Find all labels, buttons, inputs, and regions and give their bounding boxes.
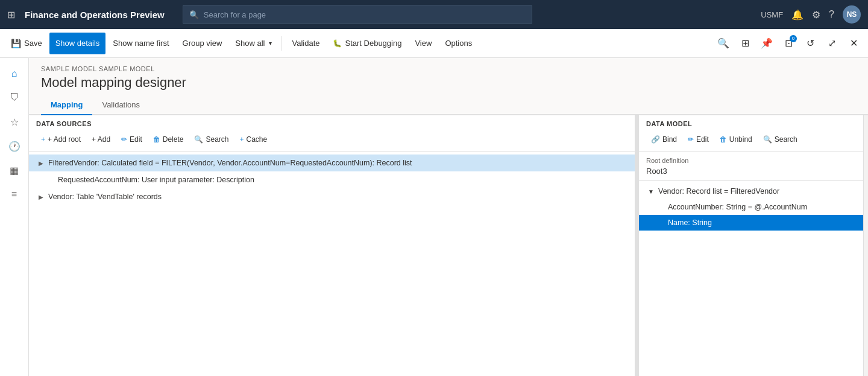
toolbar-separator-1 [281, 36, 282, 51]
data-sources-pane: DATA SOURCES + + Add root + Add ✏ Edit [29, 115, 635, 376]
page-title: Model mapping designer [41, 75, 856, 91]
toolbar-badge-container: ⊡ 0 [779, 34, 798, 53]
dm-unbind-button[interactable]: 🗑 Unbind [715, 131, 757, 148]
show-details-button[interactable]: Show details [49, 33, 106, 54]
ds-search-button[interactable]: 🔍 Search [189, 131, 233, 148]
dm-unbind-icon: 🗑 [720, 135, 727, 144]
tabs: Mapping Validations [29, 95, 868, 115]
help-icon[interactable]: ? [829, 9, 834, 20]
toolbar-search-icon-btn[interactable]: 🔍 [714, 34, 733, 53]
tab-validations[interactable]: Validations [92, 95, 149, 115]
data-sources-toolbar: + + Add root + Add ✏ Edit 🗑 Delete [36, 131, 627, 148]
dm-edit-button[interactable]: ✏ Edit [683, 131, 714, 148]
tab-mapping[interactable]: Mapping [41, 95, 92, 115]
ds-edit-icon: ✏ [121, 135, 127, 144]
show-all-chevron: ▾ [269, 40, 272, 46]
dm-edit-icon: ✏ [688, 135, 694, 144]
data-model-title: DATA MODEL [646, 120, 856, 127]
tree-toggle-filteredvendor[interactable]: ▶ [36, 158, 46, 168]
tree-toggle-vendor[interactable]: ▶ [36, 192, 46, 202]
avatar[interactable]: NS [843, 5, 861, 24]
top-nav-right: USMF 🔔 ⚙ ? NS [761, 5, 861, 24]
app-title: Finance and Operations Preview [25, 10, 165, 20]
show-all-button[interactable]: Show all ▾ [229, 33, 278, 54]
root-def-label: Root definition [646, 157, 856, 164]
root-def-value: Root3 [646, 167, 856, 176]
left-sidebar: ⌂ ⛉ ☆ 🕐 ▦ ≡ [0, 58, 29, 376]
data-sources-header: DATA SOURCES + + Add root + Add ✏ Edit [29, 115, 635, 152]
badge-count: 0 [790, 35, 797, 42]
options-button[interactable]: Options [439, 33, 478, 54]
sidebar-item-filter[interactable]: ⛉ [4, 87, 25, 109]
ds-edit-button[interactable]: ✏ Edit [116, 131, 147, 148]
save-button[interactable]: 💾 Save [5, 33, 48, 54]
sidebar-item-home[interactable]: ⌂ [4, 63, 25, 84]
grid-icon[interactable]: ⊞ [7, 9, 15, 21]
add-root-button[interactable]: + + Add root [36, 131, 86, 148]
main-toolbar: 💾 Save Show details Show name first Grou… [0, 29, 868, 58]
right-scrollbar-container: DATA MODEL 🔗 Bind ✏ Edit [639, 115, 868, 376]
tree-item-filteredvendor[interactable]: ▶ FilteredVendor: Calculated field = FIL… [29, 155, 635, 171]
ds-cache-button[interactable]: + Cache [235, 131, 272, 148]
search-icon: 🔍 [189, 10, 199, 19]
add-root-icon: + [41, 135, 45, 144]
sidebar-item-recent[interactable]: 🕐 [4, 135, 25, 157]
toolbar-right-icons: 🔍 ⊞ 📌 ⊡ 0 ↺ ⤢ ✕ [714, 34, 863, 53]
ds-delete-button[interactable]: 🗑 Delete [148, 131, 189, 148]
start-debugging-button[interactable]: 🐛 Start Debugging [327, 33, 407, 54]
dm-tree-item-name[interactable]: ▶ Name: String [639, 215, 863, 231]
toolbar-expand-icon-btn[interactable]: ⤢ [822, 34, 841, 53]
validate-button[interactable]: Validate [286, 33, 326, 54]
toolbar-refresh-icon-btn[interactable]: ↺ [800, 34, 820, 53]
group-view-button[interactable]: Group view [177, 33, 228, 54]
debug-icon: 🐛 [333, 39, 342, 48]
dm-bind-icon: 🔗 [651, 135, 660, 144]
page-header: SAMPLE MODEL SAMPLE MODEL Model mapping … [29, 58, 868, 95]
ds-delete-icon: 🗑 [153, 135, 160, 144]
tree-item-requestedaccountnum[interactable]: ▶ RequestedAccountNum: User input parame… [29, 171, 635, 188]
ds-add-button[interactable]: + Add [87, 131, 115, 148]
top-nav: ⊞ Finance and Operations Preview 🔍 Searc… [0, 0, 868, 29]
ds-cache-icon: + [240, 135, 244, 144]
data-model-toolbar: 🔗 Bind ✏ Edit 🗑 Unbind [646, 131, 856, 148]
save-icon: 💾 [11, 39, 21, 48]
split-pane: DATA SOURCES + + Add root + Add ✏ Edit [29, 115, 868, 376]
notifications-icon[interactable]: 🔔 [791, 9, 804, 21]
data-sources-title: DATA SOURCES [36, 120, 627, 127]
dm-tree-item-vendor[interactable]: ▼ Vendor: Record list = FilteredVendor [639, 183, 863, 199]
root-definition-section: Root definition Root3 [639, 152, 863, 181]
data-model-header: DATA MODEL 🔗 Bind ✏ Edit [639, 115, 863, 152]
view-button[interactable]: View [409, 33, 438, 54]
tree-item-vendor[interactable]: ▶ Vendor: Table 'VendTable' records [29, 188, 635, 205]
data-model-tree: ▼ Vendor: Record list = FilteredVendor ▶… [639, 181, 863, 376]
main-layout: ⌂ ⛉ ☆ 🕐 ▦ ≡ SAMPLE MODEL SAMPLE MODEL Mo… [0, 58, 868, 376]
data-model-pane: DATA MODEL 🔗 Bind ✏ Edit [639, 115, 868, 376]
user-label: USMF [761, 10, 783, 19]
dm-bind-button[interactable]: 🔗 Bind [646, 131, 682, 148]
ds-search-icon: 🔍 [194, 135, 203, 144]
toolbar-pin-icon-btn[interactable]: 📌 [757, 34, 776, 53]
toolbar-connect-icon-btn[interactable]: ⊞ [735, 34, 755, 53]
dm-search-icon: 🔍 [763, 135, 772, 144]
dm-toggle-vendor[interactable]: ▼ [646, 186, 656, 196]
sidebar-item-list[interactable]: ≡ [4, 183, 25, 205]
global-search-box[interactable]: 🔍 Search for a page [183, 5, 532, 24]
sidebar-item-star[interactable]: ☆ [4, 111, 25, 133]
breadcrumb: SAMPLE MODEL SAMPLE MODEL [41, 65, 856, 72]
data-sources-tree: ▶ FilteredVendor: Calculated field = FIL… [29, 152, 635, 376]
dm-tree-item-accountnumber[interactable]: ▶ AccountNumber: String = @.AccountNum [639, 199, 863, 215]
content-area: SAMPLE MODEL SAMPLE MODEL Model mapping … [29, 58, 868, 376]
toolbar-close-icon-btn[interactable]: ✕ [844, 34, 863, 53]
show-name-first-button[interactable]: Show name first [107, 33, 175, 54]
right-scroll-track[interactable] [863, 115, 868, 376]
settings-icon[interactable]: ⚙ [812, 9, 820, 21]
dm-search-button[interactable]: 🔍 Search [758, 131, 802, 148]
sidebar-item-table[interactable]: ▦ [4, 159, 25, 181]
search-placeholder: Search for a page [204, 10, 266, 19]
